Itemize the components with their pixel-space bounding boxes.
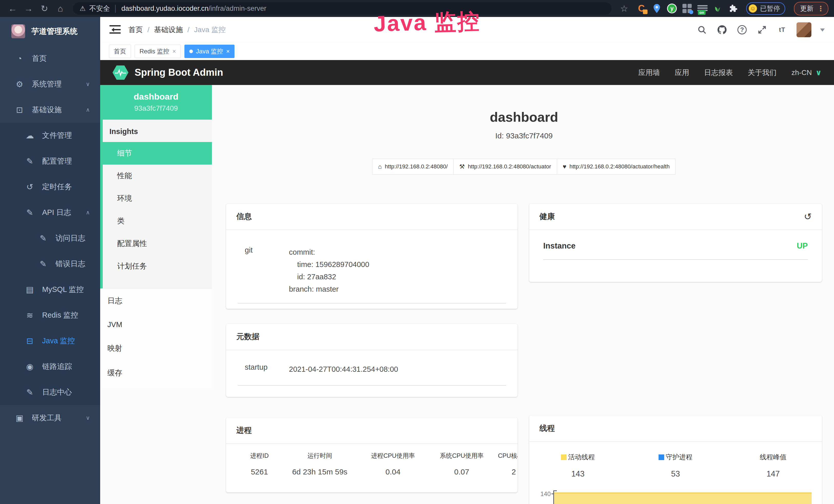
sba-nav-wall[interactable]: 应用墙: [638, 68, 660, 77]
sidebar-item-access-logs[interactable]: ✎ 访问日志: [0, 225, 100, 251]
chevron-down-icon: ∨: [86, 415, 90, 421]
breadcrumb-separator: /: [188, 26, 190, 34]
sba-menu-caches[interactable]: 缓存: [100, 361, 212, 385]
eye-icon: ◉: [25, 362, 35, 371]
tabs-extension-icon[interactable]: on: [697, 3, 708, 14]
user-menu-caret-icon[interactable]: [820, 28, 825, 34]
user-avatar[interactable]: [796, 22, 811, 37]
sidebar-item-java-monitor[interactable]: ⊟ Java 监控: [0, 328, 100, 354]
screen: ← → ↻ ⌂ ⚠ 不安全 │ dashboard.yudao.iocoder.…: [0, 0, 834, 504]
sidebar-item-redis-monitor[interactable]: ≋ Redis 监控: [0, 302, 100, 328]
sidebar-item-error-logs[interactable]: ✎ 错误日志: [0, 251, 100, 277]
browser-back-icon[interactable]: ←: [6, 2, 20, 15]
font-size-glyph: tT: [779, 26, 786, 33]
sidebar-item-config-management[interactable]: ✎ 配置管理: [0, 148, 100, 174]
search-icon[interactable]: [696, 24, 708, 36]
sba-instance-header[interactable]: dashboard 93a3fc7f7409: [100, 85, 212, 120]
service-url-button[interactable]: ⌂ http://192.168.0.2:48080/: [372, 159, 454, 175]
live-threads-value: 143: [529, 469, 627, 479]
actuator-url-button[interactable]: ⚒ http://192.168.0.2:48080/actuator: [453, 159, 557, 175]
bookmark-star-icon[interactable]: ☆: [617, 2, 631, 15]
leaf-extension-icon[interactable]: [713, 3, 723, 14]
paused-label: 已暂停: [760, 4, 780, 13]
browser-forward-icon[interactable]: →: [22, 2, 36, 15]
font-size-icon[interactable]: tT: [776, 24, 788, 36]
sidebar-item-file-management[interactable]: ☁ 文件管理: [0, 123, 100, 148]
sba-menu-environment[interactable]: 环境: [103, 187, 212, 210]
sba-insights-title: Insights: [103, 120, 212, 142]
sidebar-item-label: 配置管理: [42, 156, 72, 166]
sidebar-item-api-logs[interactable]: ✎ API 日志 ∧: [0, 200, 100, 225]
pin-extension-icon[interactable]: [652, 3, 662, 14]
close-icon[interactable]: ×: [172, 48, 176, 55]
health-card-title: 健康: [540, 211, 555, 222]
fullscreen-icon[interactable]: [756, 24, 768, 36]
sba-nav-applications[interactable]: 应用: [675, 68, 689, 77]
live-threads-legend-swatch: [561, 455, 567, 460]
sidebar-item-dev-tools[interactable]: ▣ 研发工具 ∨: [0, 405, 100, 431]
sidebar-item-infrastructure[interactable]: ⊡ 基础设施 ∧: [0, 97, 100, 123]
translate-extension-icon[interactable]: C: [636, 3, 646, 14]
close-icon[interactable]: ×: [226, 48, 229, 55]
grid-extension-icon[interactable]: [682, 3, 692, 14]
health-url-button[interactable]: ♥ http://192.168.0.2:48080/actuator/heal…: [557, 159, 676, 175]
sba-locale-value: zh-CN: [791, 69, 812, 77]
sba-menu-details[interactable]: 细节: [103, 142, 212, 165]
sba-locale-select[interactable]: zh-CN ∨: [791, 68, 822, 77]
sidebar-item-home[interactable]: ◔ 首页: [0, 46, 100, 71]
tag-home[interactable]: 首页: [109, 45, 131, 58]
git-info-row: git commit: time: 1596289704000 id: 27aa…: [238, 237, 506, 303]
git-branch-line: branch: master: [289, 283, 506, 295]
sba-body: dashboard 93a3fc7f7409 Insights 细节 性能 环境…: [100, 85, 834, 504]
sidebar-item-scheduled-tasks[interactable]: ↺ 定时任务: [0, 174, 100, 200]
sba-nav-about[interactable]: 关于我们: [748, 68, 776, 77]
browser-menu-icon[interactable]: ⋮: [817, 4, 824, 13]
health-history-icon[interactable]: ↺: [804, 213, 812, 221]
process-value-cpus: 2: [496, 467, 518, 476]
daemon-threads-legend-swatch: [659, 455, 664, 460]
peak-threads-value: 147: [724, 469, 822, 479]
spring-boot-admin-logo[interactable]: [112, 66, 128, 80]
sba-menu-mappings[interactable]: 映射: [100, 336, 212, 361]
sidebar-item-label: 文件管理: [42, 131, 72, 141]
git-id-line: id: 27aa832: [297, 271, 506, 283]
tags-view-bar: 首页 Redis 监控 × Java 监控 ×: [100, 43, 834, 60]
sidebar-item-label: 访问日志: [56, 233, 85, 244]
sidebar-item-log-center[interactable]: ✎ 日志中心: [0, 380, 100, 405]
tag-label: Java 监控: [196, 47, 223, 55]
sidebar-item-mysql-monitor[interactable]: ▤ MySQL 监控: [0, 277, 100, 302]
help-icon[interactable]: ?: [737, 24, 748, 36]
sba-menu-metrics[interactable]: 性能: [103, 165, 212, 187]
sba-menu-jvm[interactable]: JVM: [100, 313, 212, 336]
profile-paused-chip[interactable]: ☺ 已暂停: [746, 2, 785, 15]
sba-menu-scheduled-tasks[interactable]: 计划任务: [103, 255, 212, 278]
sidebar-fold-icon[interactable]: [109, 25, 121, 35]
puzzle-extension-icon[interactable]: [728, 3, 739, 14]
tabs-extension-on-badge: on: [698, 10, 706, 15]
app-logo-row[interactable]: 芋道管理系统: [0, 17, 100, 46]
sidebar-item-system[interactable]: ⚙ 系统管理 ∨: [0, 71, 100, 97]
edit-icon: ✎: [38, 259, 48, 269]
address-bar[interactable]: ⚠ 不安全 │ dashboard.yudao.iocoder.cn/infra…: [73, 2, 612, 15]
instance-title: dashboard: [226, 109, 822, 125]
browser-reload-icon[interactable]: ↻: [38, 2, 51, 15]
content-area: 首页 / 基础设施 / Java 监控 ?: [100, 17, 834, 504]
browser-home-icon[interactable]: ⌂: [53, 2, 67, 15]
chrome-update-button[interactable]: 更新 ⋮: [794, 2, 828, 16]
sba-menu-logs[interactable]: 日志: [100, 289, 212, 313]
sba-menu-classes[interactable]: 类: [103, 210, 212, 232]
daemon-threads-label: 守护进程: [666, 453, 693, 462]
breadcrumb-home[interactable]: 首页: [128, 25, 143, 35]
tag-redis-monitor[interactable]: Redis 监控 ×: [135, 45, 181, 58]
y-extension-icon[interactable]: y: [667, 4, 677, 13]
tag-java-monitor[interactable]: Java 监控 ×: [184, 45, 235, 58]
threads-peak-stat: 线程峰值 147: [724, 453, 822, 479]
security-label[interactable]: 不安全: [89, 4, 110, 13]
sidebar-item-tracing[interactable]: ◉ 链路追踪: [0, 354, 100, 380]
sba-menu-config-props[interactable]: 配置属性: [103, 232, 212, 255]
sba-brand-title[interactable]: Spring Boot Admin: [135, 67, 223, 78]
metadata-card: 元数据 startup 2021-04-27T00:44:31.254+08:0…: [226, 324, 518, 397]
github-icon[interactable]: [716, 24, 728, 36]
process-card: 进程 进程ID 运行时间 进程CPU使用率 系统CPU使用率 CPU核心数 52…: [226, 417, 518, 492]
sba-nav-journal[interactable]: 日志报表: [704, 68, 733, 77]
